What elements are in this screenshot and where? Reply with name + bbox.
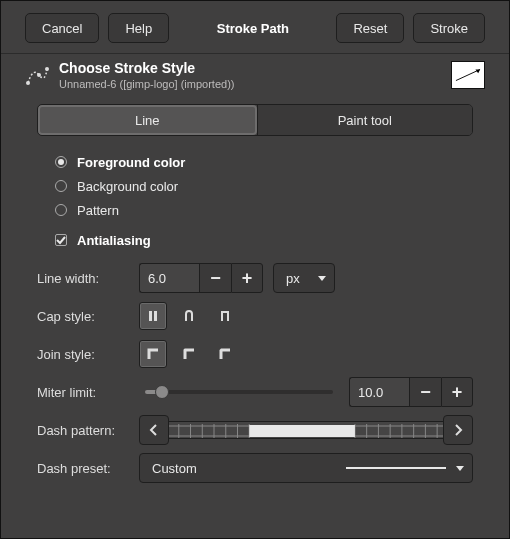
unit-select[interactable]: px	[273, 263, 335, 293]
miter-limit-slider[interactable]	[145, 390, 333, 394]
cap-butt-button[interactable]	[139, 302, 167, 330]
join-style-group	[139, 340, 239, 368]
dash-pattern-label: Dash pattern:	[37, 423, 129, 438]
cap-style-row: Cap style:	[37, 300, 473, 332]
tab-paint-tool[interactable]: Paint tool	[257, 105, 473, 135]
stroke-path-dialog: Cancel Help Stroke Path Reset Stroke Cho…	[0, 0, 510, 539]
dash-preset-row: Dash preset: Custom	[37, 452, 473, 484]
svg-rect-24	[249, 425, 355, 437]
color-source-group: Foreground color Background color Patter…	[37, 150, 473, 222]
radio-label: Foreground color	[77, 155, 185, 170]
radio-icon	[55, 156, 67, 168]
cap-round-button[interactable]	[175, 302, 203, 330]
svg-point-2	[45, 67, 49, 71]
dialog-button-bar: Cancel Help Stroke Path Reset Stroke	[1, 1, 509, 54]
cap-square-button[interactable]	[211, 302, 239, 330]
increment-button[interactable]: +	[231, 263, 263, 293]
line-width-input[interactable]	[139, 263, 199, 293]
dash-preset-preview-line	[346, 467, 446, 469]
svg-rect-5	[149, 311, 152, 321]
checkbox-antialiasing[interactable]: Antialiasing	[37, 228, 473, 252]
reset-button[interactable]: Reset	[336, 13, 404, 43]
check-icon	[55, 234, 67, 246]
unit-value: px	[286, 271, 300, 286]
stroke-preview	[451, 61, 485, 89]
radio-icon	[55, 204, 67, 216]
dash-pattern-editor[interactable]	[169, 421, 443, 439]
join-style-row: Join style:	[37, 338, 473, 370]
path-icon	[25, 63, 49, 87]
dash-preset-label: Dash preset:	[37, 461, 129, 476]
miter-limit-spinner: − +	[349, 377, 473, 407]
radio-foreground[interactable]: Foreground color	[55, 150, 473, 174]
line-width-spinner: − +	[139, 263, 263, 293]
style-tabs: Line Paint tool	[37, 104, 473, 136]
radio-pattern[interactable]: Pattern	[55, 198, 473, 222]
miter-limit-label: Miter limit:	[37, 385, 129, 400]
join-round-button[interactable]	[175, 340, 203, 368]
dash-preset-value: Custom	[152, 461, 197, 476]
chevron-down-icon	[456, 466, 464, 471]
radio-background[interactable]: Background color	[55, 174, 473, 198]
cap-style-group	[139, 302, 239, 330]
line-width-row: Line width: − + px	[37, 262, 473, 294]
dash-pattern-row: Dash pattern:	[37, 414, 473, 446]
miter-limit-input[interactable]	[349, 377, 409, 407]
radio-icon	[55, 180, 67, 192]
svg-line-3	[456, 69, 480, 80]
increment-button[interactable]: +	[441, 377, 473, 407]
join-bevel-button[interactable]	[211, 340, 239, 368]
slider-thumb[interactable]	[155, 385, 169, 399]
line-width-label: Line width:	[37, 271, 129, 286]
stroke-button[interactable]: Stroke	[413, 13, 485, 43]
join-style-label: Join style:	[37, 347, 129, 362]
cancel-button[interactable]: Cancel	[25, 13, 99, 43]
subheader-subtitle: Unnamed-6 ([gimp-logo] (imported))	[59, 78, 441, 90]
radio-label: Background color	[77, 179, 178, 194]
chevron-down-icon	[318, 276, 326, 281]
cap-style-label: Cap style:	[37, 309, 129, 324]
check-label: Antialiasing	[77, 233, 151, 248]
help-button[interactable]: Help	[108, 13, 169, 43]
join-miter-button[interactable]	[139, 340, 167, 368]
radio-label: Pattern	[77, 203, 119, 218]
decrement-button[interactable]: −	[199, 263, 231, 293]
dialog-subheader: Choose Stroke Style Unnamed-6 ([gimp-log…	[1, 54, 509, 98]
miter-limit-row: Miter limit: − +	[37, 376, 473, 408]
tab-line[interactable]: Line	[38, 105, 257, 135]
dialog-title: Stroke Path	[207, 13, 299, 43]
svg-point-1	[37, 73, 41, 77]
dash-preset-select[interactable]: Custom	[139, 453, 473, 483]
dash-scroll-right-button[interactable]	[443, 415, 473, 445]
subheader-title: Choose Stroke Style	[59, 60, 441, 76]
decrement-button[interactable]: −	[409, 377, 441, 407]
dash-scroll-left-button[interactable]	[139, 415, 169, 445]
svg-point-0	[26, 81, 30, 85]
svg-rect-6	[154, 311, 157, 321]
